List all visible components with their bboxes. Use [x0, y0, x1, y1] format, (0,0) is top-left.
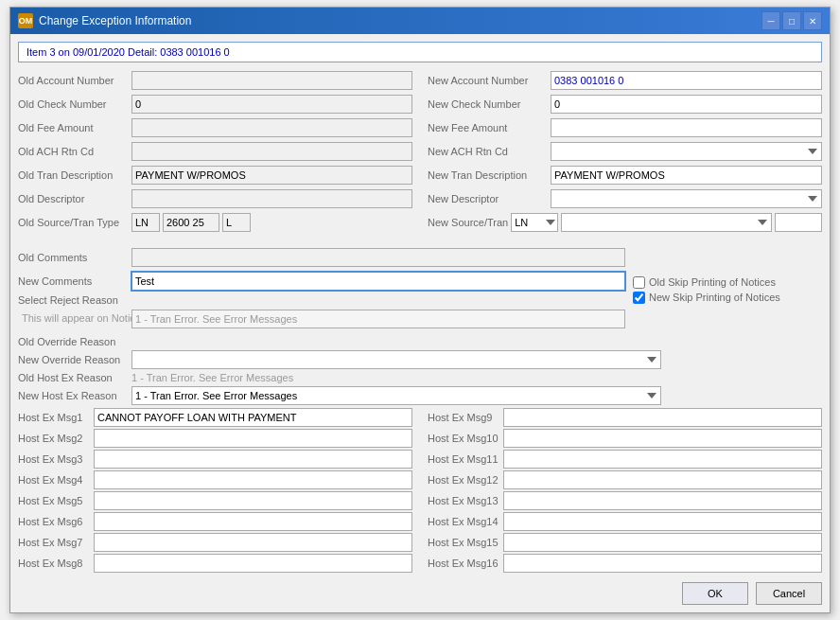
host-msg-right-row-6: Host Ex Msg15 [428, 533, 822, 552]
new-fee-amount-label: New Fee Amount [428, 122, 551, 133]
old-source-input-ln[interactable] [131, 213, 160, 232]
host-msg-right-label-2: Host Ex Msg11 [428, 453, 503, 465]
old-skip-printing-label: Old Skip Printing of Notices [649, 276, 776, 288]
notice-appear-label: This will appear on Notices [18, 312, 131, 324]
new-skip-printing-label: New Skip Printing of Notices [649, 292, 780, 303]
old-account-number-label: Old Account Number [18, 75, 131, 86]
new-fee-amount-row: New Fee Amount [428, 117, 822, 138]
new-ach-rtn-cd-label: New ACH Rtn Cd [428, 146, 551, 157]
host-msg-left-label-3: Host Ex Msg4 [18, 474, 94, 486]
right-column: New Account Number New Check Number New … [428, 70, 822, 236]
window-title: Change Exception Information [39, 14, 191, 27]
host-msg-left-row-3: Host Ex Msg4 [18, 470, 412, 489]
host-msg-left-row-6: Host Ex Msg7 [18, 533, 412, 552]
notices-right: Old Skip Printing of Notices New Skip Pr… [633, 247, 822, 332]
host-msg-left-input-1[interactable] [94, 429, 412, 448]
host-msg-right-input-4[interactable] [503, 491, 822, 510]
host-msg-left-input-5[interactable] [94, 512, 412, 531]
old-host-ex-reason-value: 1 - Tran Error. See Error Messages [131, 372, 822, 383]
host-msg-left-row-7: Host Ex Msg8 [18, 554, 412, 573]
old-account-number-row: Old Account Number [18, 70, 412, 91]
old-comments-input[interactable] [131, 248, 625, 267]
new-check-number-label: New Check Number [428, 98, 551, 110]
old-skip-printing-row: Old Skip Printing of Notices [633, 276, 822, 289]
old-source-tran-label: Old Source/Tran Type [18, 217, 131, 228]
old-override-reason-label: Old Override Reason [18, 336, 131, 347]
host-msg-left-label-2: Host Ex Msg3 [18, 453, 94, 465]
host-msg-right-input-5[interactable] [503, 512, 822, 531]
new-source-tran-row: New Source/Tran LN CK SA [428, 212, 822, 233]
host-msg-right-label-3: Host Ex Msg12 [428, 474, 503, 486]
host-msg-left-input-7[interactable] [94, 554, 412, 573]
new-override-reason-row: New Override Reason [18, 350, 822, 369]
new-fee-amount-input[interactable] [551, 118, 822, 137]
title-bar-left: OM Change Exception Information [18, 13, 191, 28]
ok-button[interactable]: OK [682, 582, 748, 605]
item-info-text: Item 3 on 09/01/2020 Detail: 0383 001016… [26, 46, 230, 58]
new-source-select-sm[interactable]: LN CK SA [511, 213, 558, 232]
host-msg-right-input-7[interactable] [503, 554, 822, 573]
notice-appear-row: This will appear on Notices [18, 309, 625, 329]
host-msg-right-input-0[interactable] [503, 408, 822, 427]
host-msg-right-input-3[interactable] [503, 470, 822, 489]
host-msg-left-row-5: Host Ex Msg6 [18, 512, 412, 531]
old-tran-description-label: Old Tran Description [18, 169, 131, 181]
new-tran-description-input[interactable] [551, 166, 822, 185]
old-source-input-num[interactable] [163, 213, 219, 232]
cancel-button[interactable]: Cancel [756, 582, 822, 605]
new-host-ex-reason-select[interactable]: 1 - Tran Error. See Error Messages [131, 386, 661, 405]
new-account-number-input[interactable] [551, 71, 822, 90]
old-descriptor-label: Old Descriptor [18, 193, 131, 204]
host-msg-left-row-4: Host Ex Msg5 [18, 491, 412, 510]
host-msg-right-label-6: Host Ex Msg15 [428, 537, 503, 548]
old-ach-rtn-cd-input[interactable] [131, 142, 412, 161]
old-tran-description-row: Old Tran Description [18, 165, 412, 186]
old-host-ex-reason-row: Old Host Ex Reason 1 - Tran Error. See E… [18, 372, 822, 383]
old-skip-printing-checkbox[interactable] [633, 276, 645, 289]
old-account-number-input[interactable] [131, 71, 412, 90]
new-override-reason-select[interactable] [131, 350, 661, 369]
new-source-section: New Source/Tran LN CK SA [428, 213, 822, 232]
new-host-ex-reason-label: New Host Ex Reason [18, 390, 131, 401]
maximize-button[interactable]: □ [782, 11, 801, 30]
host-msg-right-input-1[interactable] [503, 429, 822, 448]
host-msg-left-input-4[interactable] [94, 491, 412, 510]
old-tran-description-input[interactable] [131, 166, 412, 185]
host-msg-left-label-4: Host Ex Msg5 [18, 495, 94, 506]
notice-appear-input[interactable] [131, 310, 625, 328]
new-descriptor-row: New Descriptor [428, 188, 822, 209]
host-msg-right-label-1: Host Ex Msg10 [428, 433, 503, 444]
new-source-select-lg[interactable] [561, 213, 772, 232]
old-fee-amount-label: Old Fee Amount [18, 122, 131, 133]
old-check-number-input[interactable] [131, 95, 412, 114]
host-msg-left-row-1: Host Ex Msg2 [18, 429, 412, 448]
left-column: Old Account Number Old Check Number Old … [18, 70, 412, 236]
new-check-number-row: New Check Number [428, 94, 822, 115]
new-source-input-extra[interactable] [775, 213, 822, 232]
new-descriptor-select[interactable] [551, 189, 822, 208]
host-msg-left-input-0[interactable] [94, 408, 412, 427]
host-msg-left-row-0: Host Ex Msg1 [18, 408, 412, 427]
new-ach-rtn-cd-select[interactable] [551, 142, 822, 161]
host-msg-right-input-6[interactable] [503, 533, 822, 552]
host-msg-right-label-7: Host Ex Msg16 [428, 558, 503, 569]
old-descriptor-row: Old Descriptor [18, 188, 412, 209]
new-host-ex-reason-row: New Host Ex Reason 1 - Tran Error. See E… [18, 386, 822, 405]
new-skip-printing-checkbox[interactable] [633, 292, 645, 304]
minimize-button[interactable]: ─ [761, 11, 780, 30]
host-msg-right-input-2[interactable] [503, 450, 822, 469]
old-source-input-l[interactable] [222, 213, 251, 232]
old-fee-amount-input[interactable] [131, 118, 412, 137]
old-fee-amount-row: Old Fee Amount [18, 117, 412, 138]
host-msg-left-label-6: Host Ex Msg7 [18, 537, 94, 548]
host-msg-left-input-2[interactable] [94, 450, 412, 469]
new-ach-rtn-cd-row: New ACH Rtn Cd [428, 141, 822, 162]
host-msg-left-input-6[interactable] [94, 533, 412, 552]
close-button[interactable]: ✕ [803, 11, 822, 30]
new-check-number-input[interactable] [551, 95, 822, 114]
new-source-tran-label: New Source/Tran [428, 217, 508, 228]
old-descriptor-input[interactable] [131, 189, 412, 208]
old-source-tran-row: Old Source/Tran Type [18, 212, 412, 233]
new-comments-input[interactable] [131, 272, 625, 291]
host-msg-left-input-3[interactable] [94, 470, 412, 489]
